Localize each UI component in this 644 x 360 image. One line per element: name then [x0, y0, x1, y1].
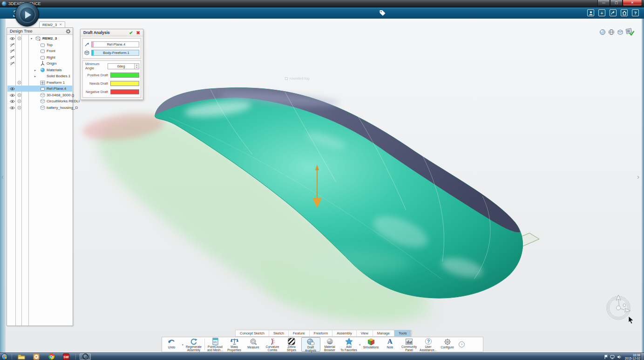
hidden-eye-icon[interactable]	[10, 49, 15, 53]
minimize-button[interactable]: —	[597, 0, 610, 6]
draft-analysis-button[interactable]: Draft Analysis	[301, 337, 320, 352]
plane-annotation-label: rounded top	[290, 76, 310, 80]
close-button[interactable]: ✕	[623, 0, 642, 6]
eye-icon[interactable]	[10, 100, 15, 103]
tab-assembly[interactable]: Assembly	[332, 330, 357, 336]
document-tab[interactable]: REM2_3 ✕	[39, 21, 65, 27]
note-button[interactable]: A Note	[380, 337, 400, 352]
show-desktop-button[interactable]	[642, 353, 644, 360]
eye-icon[interactable]	[10, 106, 15, 110]
display-state-icon[interactable]	[17, 36, 21, 40]
curvature-combs-icon	[269, 338, 276, 345]
favorites-star-icon	[345, 338, 353, 345]
toolbar-overflow-icon[interactable]: ›	[459, 341, 465, 347]
undo-button[interactable]: Undo	[162, 337, 181, 352]
tree-item-right-plane[interactable]: Right	[7, 54, 72, 60]
zebra-stripes-button[interactable]: Zebra Stripes	[282, 337, 301, 352]
pointcloud-mesh-button[interactable]: STL PointCloud and Mesh...	[206, 337, 225, 352]
view-orientation-icon[interactable]	[617, 29, 624, 35]
display-state-icon[interactable]	[17, 93, 21, 97]
tree-settings-gear-icon[interactable]	[66, 29, 71, 34]
display-state-icon[interactable]	[17, 106, 21, 110]
home-icon[interactable]	[621, 9, 628, 16]
direction-selection-field[interactable]: Ref-Plane.4	[91, 41, 139, 47]
document-tab-close-icon[interactable]: ✕	[59, 23, 62, 27]
wireframe-view-icon[interactable]	[608, 29, 615, 35]
view-state-apply-icon[interactable]	[624, 28, 635, 36]
tree-item-30-0468[interactable]: 30-0468_3000 ()	[7, 92, 72, 98]
plane-annotation: rounded top	[285, 76, 310, 80]
panel-collapse-left-icon[interactable]: ‹	[1, 173, 4, 180]
help-icon[interactable]: ?	[632, 9, 639, 16]
taskbar-explorer-icon[interactable]	[16, 353, 27, 360]
eye-icon[interactable]	[10, 87, 15, 91]
share-icon[interactable]	[610, 9, 617, 16]
mass-properties-button[interactable]: Mass Properties	[225, 337, 244, 352]
negative-draft-swatch[interactable]	[110, 89, 139, 94]
regenerate-assembly-button[interactable]: Regenerate Assembly	[184, 337, 203, 352]
configure-button[interactable]: Configure	[438, 337, 457, 352]
tab-manage[interactable]: Manage	[373, 330, 394, 336]
positive-draft-swatch[interactable]	[110, 73, 139, 78]
tree-item-materials[interactable]: ▸ Materials	[7, 67, 72, 73]
tree-item-front-plane[interactable]: Front	[7, 48, 72, 54]
spin-down-icon[interactable]: ▼	[135, 66, 139, 69]
body-selection-field[interactable]: Body-Freeform.1	[91, 50, 139, 56]
panel-expand-right-icon[interactable]: ›	[637, 173, 639, 180]
tab-feature[interactable]: Feature	[289, 330, 310, 336]
simulations-button[interactable]: Simulations	[361, 337, 380, 352]
hidden-eye-icon[interactable]	[10, 43, 15, 47]
window-titlebar[interactable]: 3DEXPERIENCE — ▢ ✕	[0, 0, 644, 7]
community-panel-button[interactable]: Community Panel	[400, 337, 419, 352]
tree-item-freeform[interactable]: Freeform 1	[7, 80, 72, 86]
minimum-angle-spinner[interactable]: ▲ ▼	[108, 63, 139, 69]
needs-draft-swatch[interactable]	[110, 81, 139, 86]
hidden-eye-icon[interactable]	[10, 61, 15, 66]
taskbar-media-player-icon[interactable]	[31, 353, 42, 360]
collapse-arrow-icon[interactable]: ▸	[34, 73, 36, 79]
curvature-combs-button[interactable]: Curvature Combs	[263, 337, 282, 352]
favorites-heart-icon[interactable]: ♡	[409, 330, 414, 336]
taskbar-clock[interactable]: 16:08 2015-12-02	[625, 353, 640, 360]
tree-item-origin[interactable]: Origin	[7, 60, 72, 67]
dialog-cancel-icon[interactable]: ✖	[136, 30, 140, 35]
hidden-eye-icon[interactable]	[10, 55, 15, 60]
user-assistance-button[interactable]: ? User Assistance...	[419, 337, 438, 352]
eye-icon[interactable]	[10, 93, 15, 97]
expand-arrow-icon[interactable]: ▾	[31, 35, 32, 41]
tab-view[interactable]: View	[357, 330, 373, 336]
volume-icon[interactable]	[617, 355, 622, 359]
tree-item-ref-plane-4[interactable]: Ref-Plane.4	[7, 86, 72, 92]
eye-icon[interactable]	[10, 37, 15, 40]
measure-button[interactable]: Measure	[244, 337, 263, 352]
tree-item-rem2-3[interactable]: ▾ REM2_3	[7, 35, 72, 41]
start-button[interactable]	[1, 353, 8, 360]
material-browser-button[interactable]: Material Browser	[320, 337, 339, 352]
tree-item-battery-housing[interactable]: battery_housing_D	[7, 105, 72, 111]
collapse-arrow-icon[interactable]: ▸	[34, 67, 36, 73]
tab-concept-sketch[interactable]: Concept Sketch	[236, 330, 269, 336]
tree-item-solid-bodies[interactable]: ▸ Solid Bodies.1	[7, 73, 72, 79]
tree-item-circuitworks[interactable]: CircuitWorks REDLI	[7, 98, 72, 104]
add-icon[interactable]: +	[598, 9, 605, 16]
display-state-icon[interactable]	[17, 80, 21, 85]
dialog-ok-icon[interactable]: ✔	[129, 30, 133, 35]
tab-sketch[interactable]: Sketch	[269, 330, 289, 336]
shaded-view-icon[interactable]	[599, 29, 606, 35]
tag-icon[interactable]	[379, 10, 386, 17]
freeform-icon	[40, 80, 45, 85]
tree-item-top-plane[interactable]: Top	[7, 42, 72, 48]
taskbar-solidworks-icon[interactable]: SW	[61, 353, 72, 360]
tab-freeform[interactable]: Freeform	[310, 330, 332, 336]
3dexperience-compass-button[interactable]	[15, 2, 39, 27]
taskbar-3dexperience-icon[interactable]	[80, 353, 91, 360]
action-center-flag-icon[interactable]	[604, 354, 608, 359]
network-icon[interactable]	[610, 355, 615, 359]
display-state-icon[interactable]	[17, 99, 21, 103]
minimum-angle-input[interactable]	[108, 64, 134, 69]
profile-icon[interactable]	[587, 9, 594, 16]
maximize-button[interactable]: ▢	[610, 0, 623, 6]
taskbar-chrome-icon[interactable]	[46, 353, 57, 360]
regenerate-icon	[190, 338, 197, 345]
add-to-favorites-button[interactable]: Add To Favorites	[339, 337, 359, 352]
